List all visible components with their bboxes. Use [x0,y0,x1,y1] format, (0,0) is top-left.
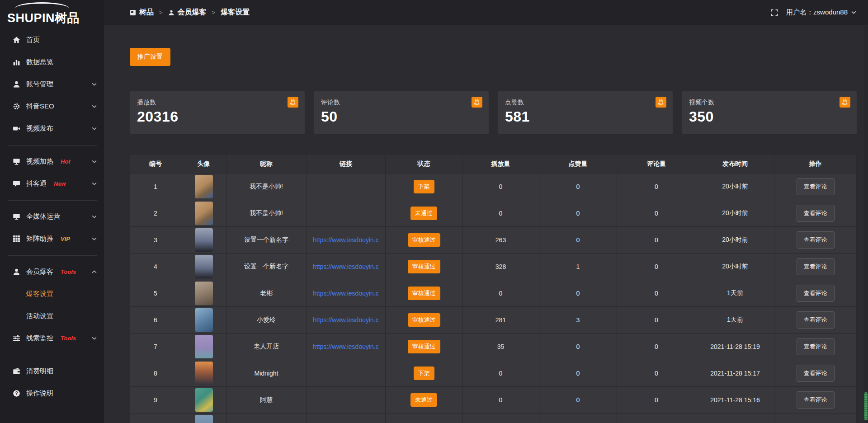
sidebar-item-数据总览[interactable]: 数据总览 [0,51,104,73]
sidebar-item-抖音SEO[interactable]: 抖音SEO [0,95,104,118]
cell-avatar [181,387,226,414]
cell-nickname: 我不是小帅! [226,200,307,227]
cell-status: 下架 [386,360,462,387]
stat-card-label: 评论数 [321,99,481,107]
cell-status: 审核通过 [386,227,462,254]
cell-nickname [226,414,307,423]
sidebar-item-线索监控[interactable]: 线索监控Tools [0,327,104,349]
stat-card-视频个数: 视频个数350总 [682,91,857,134]
breadcrumb-item-爆客设置[interactable]: 爆客设置 [221,8,250,17]
cell-likes: 1 [539,254,617,280]
view-comments-button[interactable]: 查看评论 [797,338,835,355]
cell-actions: 查看评论 [774,227,856,254]
sidebar-divider [8,355,97,355]
scrollbar-thumb[interactable] [864,392,868,420]
sidebar-item-label: 抖音SEO [26,102,54,111]
gear-icon [12,103,20,111]
link[interactable]: https://www.iesdouyin.c [307,290,385,297]
view-comments-button[interactable]: 查看评论 [797,231,835,249]
sidebar-item-全媒体运营[interactable]: 全媒体运营 [0,206,104,228]
sidebar-item-首页[interactable]: 首页 [0,29,104,51]
column-header-操作: 操作 [774,155,856,174]
cell-publish-time: 2021-11-28 15:17 [696,360,774,387]
cell-nickname: 阿慧 [226,387,307,414]
sidebar-item-tag: New [54,180,66,187]
chevron-up-icon [92,270,97,273]
cell-status: 审核通过 [386,280,462,307]
view-comments-button[interactable]: 查看评论 [797,258,835,275]
cell-avatar [181,280,226,307]
view-comments-button[interactable]: 查看评论 [797,205,835,222]
cell-plays: 263 [462,227,539,254]
cell-likes: 3 [539,307,617,334]
column-header-编号: 编号 [130,155,181,174]
cell-id: 9 [130,387,181,414]
cell-actions: 查看评论 [774,334,856,360]
fullscreen-icon[interactable] [771,9,778,16]
stat-card-value: 581 [505,108,665,125]
sidebar-item-视频发布[interactable]: 视频发布 [0,118,104,140]
link[interactable]: https://www.iesdouyin.c [307,316,385,324]
comment-icon [12,180,20,188]
cell-plays: 35 [462,334,539,360]
link[interactable]: https://www.iesdouyin.c [307,236,385,244]
breadcrumb-separator: > [212,9,216,16]
cell-id: 3 [130,227,181,254]
cell-avatar [181,360,226,387]
sidebar-item-操作说明[interactable]: ?操作说明 [0,382,104,404]
status-badge: 未通过 [410,207,437,220]
view-comments-button[interactable]: 查看评论 [797,285,835,302]
cell-publish-time: 2021-11-28 15:16 [696,387,774,414]
logo: SHUPIN树品 [0,0,104,29]
cell-link [307,414,386,423]
stat-cards: 播放数20316总评论数50总点赞数581总视频个数350总 [130,91,857,134]
stat-card-value: 350 [689,108,849,125]
breadcrumb-item-树品[interactable]: 树品 [130,8,154,17]
sidebar-item-抖客通[interactable]: 抖客通New [0,173,104,195]
cell-publish-time: 1天前 [696,307,774,334]
sidebar-item-会员爆客[interactable]: 会员爆客Tools [0,261,104,283]
chevron-down-icon [92,215,97,218]
promo-settings-button[interactable]: 推广设置 [130,48,170,66]
cell-likes: 0 [539,387,617,414]
sidebar-subitem-活动设置[interactable]: 活动设置 [0,305,104,327]
cell-id: 2 [130,200,181,227]
wallet-icon [12,367,20,376]
sidebar-item-消费明细[interactable]: 消费明细 [0,360,104,382]
cell-link [307,387,386,414]
sidebar-subitem-爆客设置[interactable]: 爆客设置 [0,283,104,305]
cell-link: https://www.iesdouyin.c [307,227,386,254]
user-menu[interactable]: 用户名：zswodun88 [786,8,856,17]
accounts-table: 编号头像昵称链接状态播放量点赞量评论量发布时间操作1我不是小帅!下架00020小… [130,154,857,423]
avatar [195,388,213,412]
view-comments-button[interactable]: 查看评论 [797,391,835,409]
cell-actions: 查看评论 [774,387,856,414]
column-header-点赞量: 点赞量 [539,155,617,174]
view-comments-button[interactable]: 查看评论 [797,178,835,195]
sidebar-item-矩阵助推[interactable]: 矩阵助推VIP [0,228,104,250]
cell-comments: 0 [617,360,696,387]
cell-comments: 0 [617,280,696,307]
link[interactable]: https://www.iesdouyin.c [307,343,385,350]
cell-likes [539,414,617,423]
cell-actions: 查看评论 [774,280,856,307]
view-comments-button[interactable]: 查看评论 [797,311,835,329]
breadcrumb-item-会员爆客[interactable]: 会员爆客 [168,8,207,17]
sidebar-item-label: 数据总览 [26,58,53,66]
cell-nickname: 设置一个新名字 [226,227,307,254]
topbar: 树品>会员爆客>爆客设置 用户名：zswodun88 [104,0,868,25]
link[interactable]: https://www.iesdouyin.c [307,263,385,270]
scrollbar[interactable] [864,25,868,423]
sidebar-item-label: 操作说明 [26,389,53,398]
sidebar-item-视频加热[interactable]: 视频加热Hot [0,150,104,173]
cell-publish-time: 20小时前 [696,174,774,200]
cell-nickname: 我不是小帅! [226,174,307,200]
sidebar-item-label: 视频加热 [26,157,53,166]
view-comments-button[interactable]: 查看评论 [797,365,835,382]
avatar [195,362,213,385]
sidebar-item-tag: Tools [61,335,76,342]
avatar [195,282,213,305]
cell-likes: 0 [539,334,617,360]
cell-likes: 0 [539,360,617,387]
sidebar-item-账号管理[interactable]: 账号管理 [0,73,104,95]
